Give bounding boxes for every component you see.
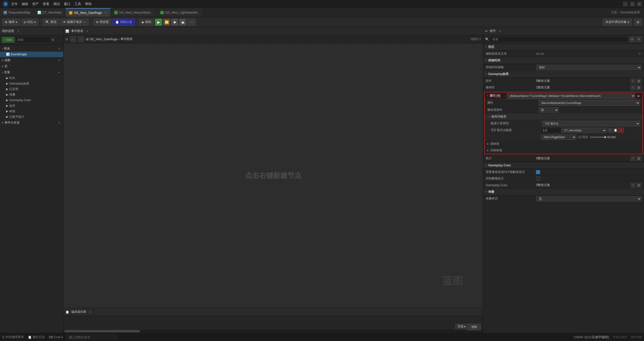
tree-section-functions[interactable]: ▶ 函数 + xyxy=(0,57,63,63)
duration-strategy-select[interactable]: 实时 xyxy=(536,65,641,70)
attribute-select[interactable]: WarriorAttributeSet.CurrentRage xyxy=(539,100,640,106)
tree-item-tags[interactable]: ▶ 标签 xyxy=(0,108,63,114)
tab-ge-hero-gain-rage[interactable]: ⚡ GE_Hero_GainRage × xyxy=(65,8,111,17)
gameplay-cues-section-header[interactable]: ▾ Gameplay Cues xyxy=(483,162,644,169)
cmd-input[interactable] xyxy=(67,334,117,340)
add-event-dispatcher-button[interactable]: + xyxy=(57,121,61,125)
eject-button[interactable]: ⏏ xyxy=(179,19,186,26)
menu-debug[interactable]: 调试 xyxy=(53,2,60,6)
stacking-section-header[interactable]: ▾ 堆叠 xyxy=(483,188,644,196)
components-add-btn[interactable]: + xyxy=(630,79,635,84)
tab-ct-hero-stats[interactable]: 📊 CT_HeroStats xyxy=(34,8,65,17)
search-button[interactable]: 🔍 查找 xyxy=(43,19,59,26)
gameplay-effect-section-header[interactable]: ▾ Gameplay效果 xyxy=(483,71,644,78)
more-play-options[interactable]: ⋯ xyxy=(187,19,196,26)
horizontal-scrollbar[interactable] xyxy=(63,329,483,333)
compiler-scroll-area[interactable]: 页面 ▾ 清除 xyxy=(63,316,483,333)
class-defaults-button[interactable]: 📋 类默认值 xyxy=(112,19,135,26)
menu-window[interactable]: 窗口 xyxy=(64,2,70,6)
duration-section-header[interactable]: ▾ 持续时间 xyxy=(483,57,644,64)
nav-back-button[interactable]: ← xyxy=(70,36,76,42)
collapse-icon[interactable]: ⊞ xyxy=(65,37,68,41)
magnitude-sub-header[interactable]: ▾ 修饰符幅度 xyxy=(485,113,642,120)
maximize-button[interactable]: □ xyxy=(630,2,635,7)
modifier-attr-select[interactable]: (AttributeName="CurrentRage",Attribute="… xyxy=(507,93,635,99)
cmd-toggle[interactable]: ⌨ Cmd ▾ xyxy=(49,335,63,339)
stop-button[interactable]: ■ xyxy=(171,19,178,26)
add-variable-button[interactable]: + xyxy=(57,70,61,74)
tab-feature-dev-map[interactable]: 🗺 FeatureDevMap xyxy=(0,8,34,17)
menu-tools[interactable]: 工具 xyxy=(74,2,81,6)
tree-item-gameplay-effect[interactable]: ▶ Gameplay效果 xyxy=(0,81,63,86)
add-function-button[interactable]: + xyxy=(57,58,61,62)
details-search-input[interactable] xyxy=(490,36,628,42)
modifiers-add-btn[interactable]: + xyxy=(630,85,635,90)
tree-item-stack[interactable]: ▶ 堆叠 xyxy=(0,92,63,97)
tree-section-event-dispatchers[interactable]: ▶ 事件分发器 + xyxy=(0,120,63,126)
blueprint-icon-btn[interactable]: ⊞ xyxy=(634,19,642,26)
tree-item-granted-abilities[interactable]: ▶ 已赋予能力 xyxy=(0,114,63,120)
tree-item-abandon[interactable]: ▶ 放弃 xyxy=(0,103,63,108)
curve-remove-btn[interactable]: × xyxy=(619,128,624,133)
details-close[interactable]: × xyxy=(498,29,502,33)
execution-remove-btn[interactable]: 🗑 xyxy=(636,156,641,161)
debug-target-selector[interactable]: 未选中调试对象 ▾ xyxy=(603,19,632,26)
tab-ga-hero-heavy-attack[interactable]: ⚔ GA_Hero_HeavyAttack... xyxy=(111,8,157,17)
hero-row-select[interactable]: Hero.RageGian xyxy=(541,134,576,140)
add-button[interactable]: + 添加 xyxy=(2,37,14,43)
menu-file[interactable]: 文件 xyxy=(11,2,18,6)
content-browser-toggle[interactable]: ☰ 内容侧滑菜单 xyxy=(2,335,24,339)
tree-section-variables[interactable]: ▾ 变量 + xyxy=(0,69,63,75)
left-panel-close[interactable]: × xyxy=(16,29,20,33)
tab-close-gain-rage[interactable]: × xyxy=(103,11,107,15)
require-success-checkbox[interactable]: ✓ xyxy=(536,170,540,174)
class-settings-button[interactable]: ⚙ 类设置 xyxy=(93,19,111,26)
settings-icon[interactable]: ⚙ xyxy=(52,38,54,42)
gameplay-cues-add-btn[interactable]: + xyxy=(630,183,635,188)
clear-button[interactable]: 清除 xyxy=(467,324,481,330)
curve-copy-btn[interactable]: 📋 xyxy=(613,128,618,133)
curve-refresh-btn[interactable]: ↻ xyxy=(608,128,613,133)
tree-item-event-graph[interactable]: 📊 EventGraph xyxy=(0,52,63,57)
calc-type-select[interactable]: 可扩展浮点 xyxy=(542,121,640,126)
components-remove-btn[interactable]: 🗑 xyxy=(636,79,641,84)
graph-canvas[interactable]: 点击右键新建节点 蓝图 xyxy=(63,43,483,308)
tree-section-graph[interactable]: ▾ 图表 + xyxy=(0,46,63,52)
modifiers-remove-btn[interactable]: 🗑 xyxy=(636,85,641,90)
details-icon-grid[interactable]: ⊞ xyxy=(629,36,635,42)
left-panel-search[interactable] xyxy=(15,36,51,43)
tree-item-gameplay-cues[interactable]: ▶ Gameplay Cues xyxy=(0,97,63,103)
preview-slider[interactable] xyxy=(590,137,605,138)
tree-item-deprecated[interactable]: ▶ 已弃用 xyxy=(0,86,63,92)
compiler-close[interactable]: × xyxy=(88,310,92,314)
scalable-value-input[interactable] xyxy=(541,128,561,133)
status-section-header[interactable]: ▾ 状态 xyxy=(483,44,644,51)
suppress-checkbox[interactable] xyxy=(536,177,540,181)
output-log-toggle[interactable]: 📋 输出日志 xyxy=(28,335,45,339)
play-next-button[interactable]: ⏩ xyxy=(163,19,170,26)
compare-button[interactable]: ⇄ 对比 ▾ xyxy=(21,19,39,26)
tree-item-duration[interactable]: ▶ 时长 xyxy=(0,75,63,81)
menu-asset[interactable]: 资产 xyxy=(32,2,39,6)
menu-edit[interactable]: 编辑 xyxy=(22,2,28,6)
menu-help[interactable]: 帮助 xyxy=(85,2,92,6)
compile-button[interactable]: ⚙ 编译 ▾ xyxy=(2,19,20,26)
play-button[interactable]: ▶ xyxy=(155,19,162,26)
tab-ga-hero-light-attack[interactable]: ⚔ GA_Hero_LightAttackM... xyxy=(157,8,203,17)
execution-add-btn[interactable]: + xyxy=(630,156,635,161)
curve-select[interactable]: CT_HeroStats xyxy=(561,128,607,133)
menu-view[interactable]: 查看 xyxy=(43,2,49,6)
add-graph-button[interactable]: + xyxy=(57,47,61,51)
eg-panel-close[interactable]: × xyxy=(85,29,89,33)
hide-irrelevant-button[interactable]: 👁 隐藏不相关 ⋯ xyxy=(60,19,89,26)
minimize-button[interactable]: − xyxy=(623,2,628,7)
modifier-0-header[interactable]: ▾ 索引 [0] (AttributeName="CurrentRage",At… xyxy=(485,92,642,99)
stacking-style-select[interactable]: 无 xyxy=(536,196,641,202)
nav-fwd-button[interactable]: → xyxy=(78,36,84,42)
modifier-op-select[interactable]: 加 xyxy=(539,107,559,113)
close-button[interactable]: × xyxy=(637,2,642,7)
gameplay-cues-remove-btn[interactable]: 🗑 xyxy=(636,183,641,188)
tree-section-macros[interactable]: ▶ 宏 xyxy=(0,63,63,69)
details-icon-settings[interactable]: ⚙ xyxy=(636,36,642,42)
page-button[interactable]: 页面 ▾ xyxy=(455,324,468,329)
